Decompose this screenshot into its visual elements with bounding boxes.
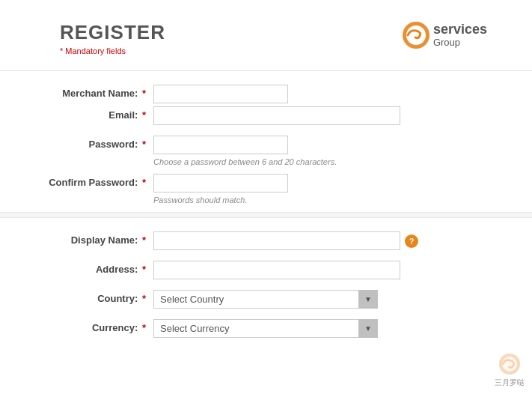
merchant-name-label: Merchant Name: * [30,85,153,99]
display-name-group: Display Name: * ? [30,231,502,250]
logo: services Group [402,21,487,49]
confirm-password-required: * [139,177,146,188]
header: REGISTER * Mandatory fields services Gro… [0,0,532,70]
watermark-icon [498,352,522,376]
logo-icon [402,21,430,49]
logo-text: services Group [433,22,487,48]
password-input[interactable] [153,136,288,154]
page-container: REGISTER * Mandatory fields services Gro… [0,0,532,394]
currency-select-wrapper: Select Currency USD EUR CNY [153,319,378,338]
currency-label: Currency: * [30,319,153,333]
password-hint-row: Choose a password between 6 and 20 chara… [30,157,502,166]
display-name-required: * [139,234,146,246]
password-hint-spacer [30,157,153,166]
display-name-label: Display Name: * [30,231,153,246]
confirm-password-hint: Passwords should match. [153,196,247,204]
section-separator [0,212,532,218]
watermark-text: 三月罗哒 [495,378,525,388]
address-input[interactable] [153,261,400,279]
header-left: REGISTER * Mandatory fields [60,21,165,55]
address-label: Address: * [30,261,153,275]
currency-group: Currency: * Select Currency USD EUR CNY [30,319,502,338]
confirm-password-group: Confirm Password: * [30,174,502,193]
country-required: * [139,293,146,304]
password-label: Password: * [30,136,153,150]
display-name-input[interactable] [153,231,400,250]
confirm-password-input[interactable] [153,174,288,193]
password-group: Password: * [30,136,502,154]
watermark: 三月罗哒 [495,352,525,388]
email-input[interactable] [153,106,400,125]
merchant-name-input[interactable] [153,85,288,103]
address-required: * [139,264,146,275]
svg-point-3 [502,357,517,372]
country-select-wrapper: Select Country United States United King… [153,290,378,309]
confirm-password-hint-row: Passwords should match. [30,196,502,204]
address-group: Address: * [30,261,502,279]
currency-required: * [139,322,146,333]
email-label: Email: * [30,106,153,121]
country-group: Country: * Select Country United States … [30,290,502,309]
svg-point-1 [406,25,426,45]
page-title: REGISTER [60,21,165,44]
password-hint: Choose a password between 6 and 20 chara… [153,157,337,166]
email-group: Email: * [30,106,502,125]
merchant-name-required: * [139,88,146,99]
merchant-name-group: Merchant Name: * [30,85,502,103]
confirm-password-label: Confirm Password: * [30,174,153,188]
email-required: * [139,109,146,121]
logo-group: Group [433,37,487,48]
confirm-password-hint-spacer [30,196,153,204]
country-label: Country: * [30,290,153,304]
form-section-1: Merchant Name: * Email: * Password: * Ch… [0,85,532,204]
currency-select[interactable]: Select Currency USD EUR CNY [153,319,378,338]
header-divider [0,70,532,71]
display-name-help-icon[interactable]: ? [405,234,418,248]
mandatory-note: * Mandatory fields [60,46,165,55]
form-section-2: Display Name: * ? Address: * Country: * … [0,231,532,338]
country-select[interactable]: Select Country United States United King… [153,290,378,309]
password-required: * [139,139,146,150]
logo-services: services [433,22,487,37]
display-name-container: ? [153,231,418,250]
